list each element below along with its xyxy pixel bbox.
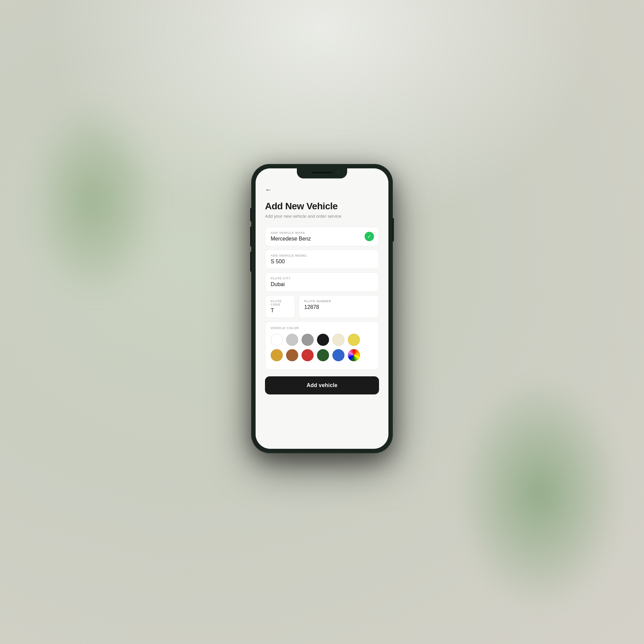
front-camera	[337, 171, 340, 174]
add-vehicle-button[interactable]: Add vehicle	[265, 376, 379, 394]
power-button	[392, 218, 394, 241]
phone-wrapper: ← Add New Vehicle Add your new vehicle a…	[252, 164, 392, 453]
plate-city-label: PLATE CITY	[271, 277, 373, 280]
color-light-gray[interactable]	[286, 334, 298, 346]
color-black[interactable]	[317, 334, 329, 346]
color-gold[interactable]	[271, 349, 283, 361]
speaker	[312, 172, 332, 173]
color-gray[interactable]	[302, 334, 314, 346]
vehicle-make-field[interactable]: ADD VEHICLE MAKE Mercedese Benz ✓	[265, 227, 379, 246]
phone-screen: ← Add New Vehicle Add your new vehicle a…	[256, 168, 388, 449]
color-row-1	[271, 334, 373, 346]
volume-up-button	[250, 226, 252, 247]
plate-code-field[interactable]: PLATE CODE T	[265, 295, 295, 318]
back-arrow-icon: ←	[265, 186, 272, 194]
plate-number-value: 12878	[304, 304, 373, 310]
verified-check-icon: ✓	[365, 232, 374, 241]
vehicle-color-label: VEHICLE COLOR	[271, 326, 373, 330]
back-button[interactable]: ←	[265, 186, 379, 194]
color-red[interactable]	[302, 349, 314, 361]
vehicle-model-value: S 500	[271, 259, 373, 265]
color-row-2	[271, 349, 373, 361]
color-blue[interactable]	[332, 349, 344, 361]
plate-city-field[interactable]: PLATE CITY Dubai	[265, 272, 379, 292]
plate-code-value: T	[271, 308, 289, 314]
volume-down-button	[250, 252, 252, 272]
color-white[interactable]	[271, 334, 283, 346]
page-subtitle: Add your new vehicle and order service	[265, 214, 379, 219]
color-dark-green[interactable]	[317, 349, 329, 361]
color-yellow[interactable]	[348, 334, 360, 346]
color-rainbow[interactable]	[348, 349, 360, 361]
plate-code-label: PLATE CODE	[271, 300, 289, 306]
notch	[297, 168, 347, 178]
page-title: Add New Vehicle	[265, 201, 379, 212]
vehicle-make-label: ADD VEHICLE MAKE	[271, 231, 373, 234]
color-brown[interactable]	[286, 349, 298, 361]
bg-plant-right	[456, 376, 624, 610]
plate-row: PLATE CODE T PLATE NUMBER 12878	[265, 295, 379, 318]
vehicle-model-label: ADD VEHICLE MODEL	[271, 254, 373, 257]
plate-number-field[interactable]: PLATE NUMBER 12878	[299, 295, 379, 318]
vehicle-model-field[interactable]: ADD VEHICLE MODEL S 500	[265, 250, 379, 269]
phone-frame: ← Add New Vehicle Add your new vehicle a…	[252, 164, 392, 453]
vehicle-make-value: Mercedese Benz	[271, 236, 373, 242]
plate-number-label: PLATE NUMBER	[304, 300, 373, 303]
silent-switch	[250, 208, 252, 221]
plate-city-value: Dubai	[271, 281, 373, 287]
screen-content: ← Add New Vehicle Add your new vehicle a…	[256, 168, 388, 449]
color-cream[interactable]	[332, 334, 344, 346]
vehicle-color-section: VEHICLE COLOR	[265, 321, 379, 370]
